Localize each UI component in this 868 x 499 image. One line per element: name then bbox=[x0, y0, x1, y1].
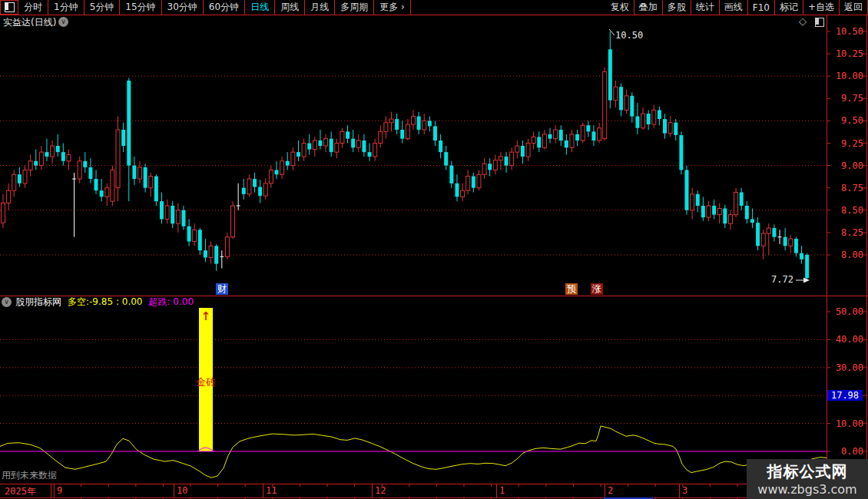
candle bbox=[444, 146, 448, 170]
indicator-axis-label: 30.00 bbox=[830, 362, 863, 373]
toolbar-period-3[interactable]: 15分钟 bbox=[120, 0, 161, 15]
price-axis-label: 9.00 bbox=[830, 160, 863, 171]
toolbar-period-10[interactable]: 更多 › bbox=[374, 0, 411, 15]
candle bbox=[307, 134, 311, 155]
toolbar-tool-1[interactable]: 叠加 bbox=[634, 0, 663, 15]
candle bbox=[674, 119, 678, 140]
candle bbox=[505, 152, 509, 173]
candle bbox=[630, 92, 634, 123]
candle bbox=[34, 150, 38, 170]
candle bbox=[247, 174, 251, 197]
timeline-month-label: 12 bbox=[375, 485, 386, 496]
candle bbox=[488, 158, 492, 176]
candle bbox=[756, 217, 760, 250]
timeline-month-label: 10 bbox=[177, 485, 187, 496]
candle bbox=[691, 188, 694, 220]
candle bbox=[712, 200, 716, 220]
candle bbox=[570, 130, 574, 152]
candle bbox=[330, 131, 333, 157]
candle bbox=[794, 237, 798, 257]
indicator-last-value-badge: 17.98 bbox=[827, 390, 863, 401]
candle bbox=[297, 140, 300, 161]
toolbar-period-4[interactable]: 30分钟 bbox=[162, 0, 204, 15]
price-axis-label: 9.50 bbox=[830, 115, 863, 126]
toolbar-tool-8[interactable]: 返回 bbox=[840, 0, 868, 15]
title-row: 实益达(日线) ∨ ◇ bbox=[0, 15, 868, 28]
signal-bar-label: 金砖 bbox=[195, 375, 217, 389]
candle bbox=[61, 144, 65, 166]
chart-canvas[interactable] bbox=[0, 0, 868, 499]
candle bbox=[105, 183, 109, 206]
indicator-axis-label: 10.00 bbox=[830, 418, 863, 429]
candle bbox=[784, 228, 787, 250]
candle bbox=[154, 174, 158, 206]
app-window: 分时1分钟5分钟15分钟30分钟60分钟日线周线月线多周期更多 › 复权叠加多股… bbox=[0, 0, 868, 499]
candle bbox=[379, 125, 383, 147]
page-title: 实益达(日线) bbox=[3, 16, 56, 29]
candle bbox=[510, 147, 514, 170]
candle bbox=[679, 131, 683, 174]
toolbar-tool-0[interactable]: 复权 bbox=[606, 0, 634, 15]
candle bbox=[7, 183, 11, 210]
candle bbox=[116, 117, 120, 202]
candle bbox=[23, 166, 27, 188]
candle bbox=[428, 117, 432, 132]
candle bbox=[373, 139, 377, 161]
toolbar-period-5[interactable]: 60分钟 bbox=[204, 0, 245, 15]
candle bbox=[88, 158, 92, 183]
candle bbox=[280, 157, 284, 179]
indicator-chevron-icon[interactable]: ∨ bbox=[2, 297, 12, 307]
candle bbox=[214, 244, 218, 271]
toolbar-period-6[interactable]: 日线 bbox=[245, 0, 275, 15]
price-axis-label: 8.25 bbox=[830, 227, 863, 238]
indicator-line-layer bbox=[0, 426, 827, 478]
toolbar-tool-4[interactable]: 画线 bbox=[720, 0, 748, 15]
candle bbox=[406, 119, 409, 140]
toolbar-period-9[interactable]: 多周期 bbox=[335, 0, 374, 15]
high-annotation: 10.50 bbox=[615, 30, 643, 41]
toolbar-period-8[interactable]: 月线 bbox=[305, 0, 335, 15]
candle bbox=[237, 183, 240, 210]
candle bbox=[138, 161, 142, 183]
candle bbox=[745, 201, 749, 223]
diamond-icon[interactable]: ◇ bbox=[799, 15, 807, 27]
toolbar-period-0[interactable]: 分时 bbox=[18, 0, 48, 15]
candle bbox=[362, 134, 366, 157]
layout-icon-button[interactable] bbox=[0, 0, 18, 15]
candle bbox=[346, 125, 350, 143]
candle bbox=[734, 188, 738, 217]
candle bbox=[728, 210, 732, 230]
title-chevron-icon[interactable]: ∨ bbox=[58, 17, 68, 27]
toolbar-period-1[interactable]: 1分钟 bbox=[48, 0, 84, 15]
price-axis-label: 8.00 bbox=[830, 250, 863, 260]
toolbar-period-2[interactable]: 5分钟 bbox=[84, 0, 121, 15]
candle bbox=[12, 170, 16, 197]
candle bbox=[493, 155, 497, 175]
candle bbox=[449, 161, 453, 188]
candle bbox=[800, 246, 803, 263]
toolbar-tool-5[interactable]: F10 bbox=[748, 0, 775, 15]
indicator-source: 股朋指标网 bbox=[15, 296, 61, 309]
toolbar-tool-7[interactable]: +自选 bbox=[803, 0, 840, 15]
toolbar-period-7[interactable]: 周线 bbox=[275, 0, 305, 15]
candle bbox=[668, 117, 672, 137]
pane-split-icon[interactable] bbox=[815, 18, 824, 27]
candle bbox=[78, 157, 81, 183]
indicator-value-chaodie: 超跌: 0.00 bbox=[148, 296, 194, 309]
signal-label: 财 bbox=[216, 283, 228, 295]
candle bbox=[351, 130, 355, 152]
candle bbox=[717, 203, 721, 223]
candle bbox=[324, 134, 328, 152]
candle bbox=[455, 174, 459, 201]
toolbar-tool-3[interactable]: 统计 bbox=[691, 0, 720, 15]
candle bbox=[225, 233, 229, 259]
indicator-header: ∨ 股朋指标网 多空:-9.85 : 0.00 超跌: 0.00 bbox=[2, 296, 194, 307]
toolbar-tool-2[interactable]: 多股 bbox=[663, 0, 691, 15]
toolbar-tool-6[interactable]: 标记 bbox=[775, 0, 803, 15]
candle bbox=[111, 166, 114, 206]
candle bbox=[707, 201, 711, 221]
candle bbox=[231, 201, 235, 239]
candles-layer bbox=[2, 31, 810, 280]
candle bbox=[220, 250, 224, 268]
candle bbox=[193, 223, 197, 246]
